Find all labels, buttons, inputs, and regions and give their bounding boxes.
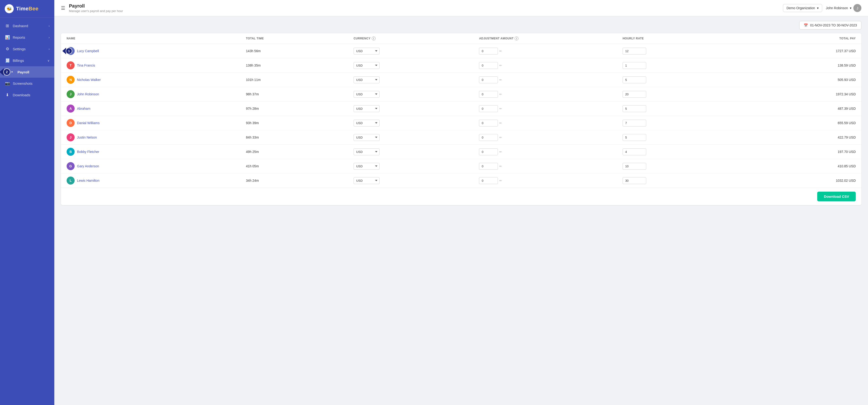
- avatar: N: [67, 76, 75, 84]
- user-name-link[interactable]: Nicholas Walker: [77, 78, 101, 82]
- user-name-link[interactable]: Gary Anderson: [77, 164, 99, 168]
- sidebar-item-downloads[interactable]: ⬇ Downloads: [0, 89, 54, 101]
- adjustment-input[interactable]: [479, 62, 498, 69]
- edit-icon[interactable]: ✏: [499, 150, 502, 154]
- currency-select[interactable]: USD EUR GBP CAD: [353, 76, 379, 83]
- adjustment-cell: ✏: [479, 177, 622, 184]
- sidebar-item-payroll[interactable]: • Payroll 2: [0, 66, 54, 78]
- edit-icon[interactable]: ✏: [499, 165, 502, 168]
- edit-icon[interactable]: ✏: [499, 121, 502, 125]
- table-row: A Abraham 97h 28m USD EUR GBP CAD ✏ 487.…: [61, 101, 861, 116]
- user-name-link[interactable]: Danial Williams: [77, 121, 100, 125]
- currency-info-icon[interactable]: i: [372, 37, 376, 40]
- sidebar-item-dashboard[interactable]: ⊞ Dashaord ›: [0, 20, 54, 32]
- adjustment-input[interactable]: [479, 163, 498, 170]
- user-name-link[interactable]: Lewis Hamilton: [77, 179, 99, 182]
- adjustment-cell: ✏: [479, 120, 622, 127]
- sidebar-item-billings[interactable]: 🧾 Billings ∨: [0, 55, 54, 66]
- adjustment-input[interactable]: [479, 105, 498, 112]
- currency-select[interactable]: USD EUR GBP CAD: [353, 134, 379, 141]
- download-csv-button[interactable]: Download CSV: [817, 192, 856, 201]
- avatar: J: [854, 4, 861, 12]
- sidebar-item-screenshots[interactable]: 📷 Screenshots: [0, 78, 54, 89]
- settings-icon: ⚙: [5, 46, 10, 52]
- hourly-rate-input[interactable]: [623, 134, 646, 141]
- total-time-cell: 34h 24m: [246, 179, 353, 182]
- adjustment-input[interactable]: [479, 120, 498, 127]
- user-cell: J Justin Nelson: [67, 133, 246, 141]
- th-total-time: TOTAL TIME: [246, 37, 353, 40]
- total-pay-cell: 197.70 USD: [730, 150, 856, 154]
- hourly-rate-input[interactable]: [623, 148, 646, 155]
- sidebar-item-label: Settings: [13, 47, 26, 51]
- total-pay-cell: 655.59 USD: [730, 121, 856, 125]
- screenshots-icon: 📷: [5, 81, 10, 86]
- adjustment-input[interactable]: [479, 91, 498, 98]
- total-pay-cell: 1032.02 USD: [730, 179, 856, 182]
- header-left: ☰ Payroll Manage user's payroll and pay …: [61, 3, 123, 13]
- date-range-button[interactable]: 📅 01-NOV-2023 TO 30-NOV-2023: [799, 21, 861, 30]
- hourly-rate-cell: [623, 134, 730, 141]
- adjustment-input[interactable]: [479, 48, 498, 55]
- currency-select[interactable]: USD EUR GBP CAD: [353, 105, 379, 112]
- chevron-right-icon: ›: [49, 36, 50, 39]
- edit-icon[interactable]: ✏: [499, 64, 502, 67]
- hourly-rate-input[interactable]: [623, 62, 646, 69]
- currency-cell: USD EUR GBP CAD: [353, 76, 479, 83]
- hamburger-button[interactable]: ☰: [61, 5, 65, 11]
- adjustment-cell: ✏: [479, 105, 622, 112]
- currency-select[interactable]: USD EUR GBP CAD: [353, 163, 379, 170]
- total-pay-cell: 410.85 USD: [730, 164, 856, 168]
- hourly-rate-input[interactable]: [623, 48, 646, 55]
- edit-icon[interactable]: ✏: [499, 136, 502, 139]
- currency-select[interactable]: USD EUR GBP CAD: [353, 120, 379, 127]
- table-row: D Danial Williams 93h 39m USD EUR GBP CA…: [61, 116, 861, 130]
- edit-icon[interactable]: ✏: [499, 49, 502, 53]
- hourly-rate-input[interactable]: [623, 120, 646, 127]
- hourly-rate-input[interactable]: [623, 91, 646, 98]
- sidebar-item-settings[interactable]: ⚙ Settings ›: [0, 43, 54, 55]
- chevron-right-icon: ›: [49, 24, 50, 28]
- adjustment-input[interactable]: [479, 76, 498, 83]
- edit-icon[interactable]: ✏: [499, 93, 502, 96]
- sidebar-nav: ⊞ Dashaord › 📊 Reports › ⚙ Settings › 🧾 …: [0, 18, 54, 103]
- avatar: L: [67, 176, 75, 184]
- hourly-rate-input[interactable]: [623, 105, 646, 112]
- user-name-link[interactable]: Lucy Campbell: [77, 49, 99, 53]
- adjustment-info-icon[interactable]: i: [515, 37, 519, 40]
- currency-cell: USD EUR GBP CAD: [353, 91, 479, 98]
- currency-select[interactable]: USD EUR GBP CAD: [353, 177, 379, 184]
- adjustment-input[interactable]: [479, 134, 498, 141]
- adjustment-input[interactable]: [479, 148, 498, 155]
- sidebar-logo: 🐝 TimeBee: [0, 0, 54, 18]
- user-name-link[interactable]: Tina Francis: [77, 64, 95, 67]
- user-name-link[interactable]: Justin Nelson: [77, 135, 97, 139]
- content-area: 📅 01-NOV-2023 TO 30-NOV-2023 NAME TOTAL …: [54, 16, 868, 405]
- hourly-rate-input[interactable]: [623, 163, 646, 170]
- th-total-pay: TOTAL PAY: [730, 37, 856, 40]
- currency-select[interactable]: USD EUR GBP CAD: [353, 48, 379, 55]
- currency-select[interactable]: USD EUR GBP CAD: [353, 62, 379, 69]
- edit-icon[interactable]: ✏: [499, 179, 502, 182]
- user-menu[interactable]: John Robinson ▾ J: [826, 4, 861, 12]
- logo-text: TimeBee: [16, 6, 38, 12]
- edit-icon[interactable]: ✏: [499, 107, 502, 110]
- edit-icon[interactable]: ✏: [499, 78, 502, 82]
- payroll-table-card: NAME TOTAL TIME CURRENCY i ADJUSTMENT AM…: [61, 33, 861, 205]
- user-name-link[interactable]: John Robinson: [77, 92, 99, 96]
- adjustment-cell: ✏: [479, 91, 622, 98]
- org-selector[interactable]: Demo Organization ▾: [783, 4, 822, 12]
- currency-select[interactable]: USD EUR GBP CAD: [353, 148, 379, 155]
- page-title: Payroll: [69, 3, 123, 9]
- user-name-link[interactable]: Abraham: [77, 107, 90, 110]
- user-name-link[interactable]: Bobby Fletcher: [77, 150, 99, 154]
- chevron-down-icon: ▾: [817, 6, 819, 10]
- adjustment-input[interactable]: [479, 177, 498, 184]
- currency-select[interactable]: USD EUR GBP CAD: [353, 91, 379, 98]
- sidebar-item-reports[interactable]: 📊 Reports ›: [0, 32, 54, 43]
- adjustment-cell: ✏: [479, 148, 622, 155]
- hourly-rate-input[interactable]: [623, 177, 646, 184]
- hourly-rate-input[interactable]: [623, 76, 646, 83]
- currency-cell: USD EUR GBP CAD: [353, 177, 479, 184]
- step-badge-2: 2: [3, 68, 10, 75]
